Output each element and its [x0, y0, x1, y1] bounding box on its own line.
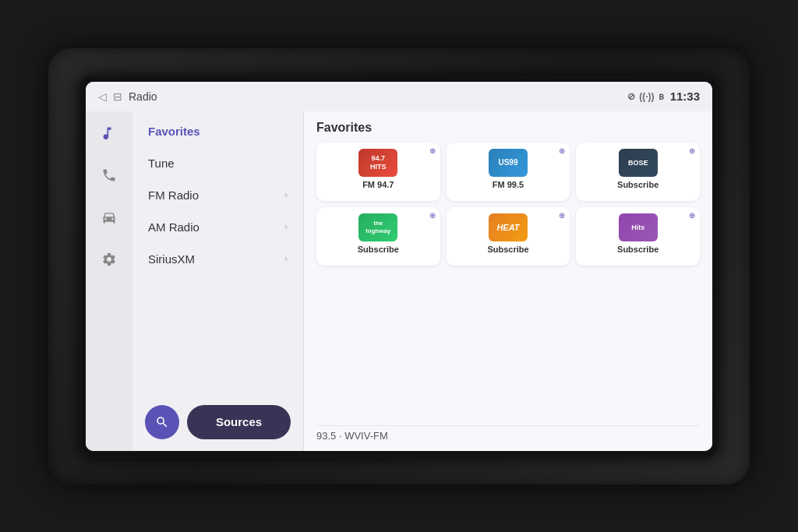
nav-bottom: Sources: [132, 397, 303, 447]
clock: 11:33: [670, 90, 700, 103]
station-heat[interactable]: ⊕ HEAT Subscribe: [447, 207, 570, 266]
station-name-highway: Subscribe: [358, 245, 399, 254]
screen-bezel: ◁ ⊟ Radio ⊘ ((·)) ʙ 11:33: [79, 76, 719, 457]
am-radio-chevron: ›: [284, 221, 288, 232]
search-button[interactable]: [145, 405, 179, 439]
station-logo-hits: Hits: [619, 213, 658, 241]
station-logo-heat: HEAT: [489, 213, 528, 241]
screen-title: Radio: [129, 90, 157, 103]
favorites-grid: ⊕ 94.7HITS FM 94.7 ⊕ US99: [316, 143, 700, 266]
station-hits[interactable]: ⊕ Hits Subscribe: [576, 207, 700, 266]
nav-item-tune[interactable]: Tune: [132, 147, 303, 179]
pin-icon-fm947: ⊕: [429, 146, 436, 155]
station-logo-fm947: 94.7HITS: [358, 149, 397, 177]
top-bar: ◁ ⊟ Radio ⊘ ((·)) ʙ 11:33: [86, 82, 712, 111]
station-name-fm947: FM 94.7: [362, 180, 394, 189]
station-logo-bose: BOSE: [619, 149, 658, 177]
sidebar-icon-car[interactable]: [95, 203, 123, 231]
station-name-us99: FM 99.5: [493, 180, 524, 189]
back-icon[interactable]: ◁: [98, 90, 107, 103]
car-surround: ◁ ⊟ Radio ⊘ ((·)) ʙ 11:33: [48, 48, 750, 484]
fm-radio-chevron: ›: [284, 189, 288, 200]
radio-home-icon: ⊟: [113, 90, 122, 103]
pin-icon-bose: ⊕: [689, 146, 695, 155]
nav-item-fm-radio[interactable]: FM Radio ›: [132, 179, 303, 211]
right-panel: Favorites ⊕ 94.7HITS FM 94.7 ⊕: [304, 111, 712, 451]
main-content: Favorites Tune FM Radio › AM Radio › Sir: [86, 111, 712, 451]
sidebar: [86, 111, 132, 451]
sidebar-icon-settings[interactable]: [95, 245, 123, 273]
now-playing: 93.5 · WVIV-FM: [316, 425, 700, 442]
station-name-hits: Subscribe: [617, 245, 659, 254]
status-icons: ⊘ ((·)) ʙ: [627, 91, 663, 102]
siriusxm-chevron: ›: [284, 253, 288, 264]
pin-icon-highway: ⊕: [429, 211, 436, 220]
station-fm947[interactable]: ⊕ 94.7HITS FM 94.7: [316, 143, 440, 201]
bluetooth-icon: ʙ: [659, 91, 664, 102]
signal-icon: ((·)): [639, 91, 654, 102]
nav-item-am-radio[interactable]: AM Radio ›: [132, 211, 303, 243]
favorites-title: Favorites: [316, 121, 700, 135]
station-logo-highway: thehighway: [358, 213, 397, 241]
no-wifi-icon: ⊘: [627, 91, 635, 102]
pin-icon-us99: ⊕: [559, 146, 565, 155]
station-bose[interactable]: ⊕ BOSE Subscribe: [576, 143, 700, 201]
sources-button[interactable]: Sources: [187, 405, 291, 439]
sidebar-icon-music[interactable]: [95, 119, 123, 147]
sidebar-icon-phone[interactable]: [95, 161, 123, 189]
nav-item-siriusxm[interactable]: SiriusXM ›: [132, 243, 303, 275]
station-logo-us99: US99: [489, 149, 528, 177]
station-name-bose: Subscribe: [617, 180, 659, 189]
top-bar-left: ◁ ⊟ Radio: [98, 90, 157, 103]
pin-icon-hits: ⊕: [689, 211, 695, 220]
pin-icon-heat: ⊕: [559, 211, 565, 220]
station-highway[interactable]: ⊕ thehighway Subscribe: [316, 207, 440, 266]
nav-panel: Favorites Tune FM Radio › AM Radio › Sir: [132, 111, 304, 451]
screen: ◁ ⊟ Radio ⊘ ((·)) ʙ 11:33: [86, 82, 712, 451]
station-us99[interactable]: ⊕ US99 FM 99.5: [447, 143, 570, 201]
top-bar-right: ⊘ ((·)) ʙ 11:33: [627, 90, 700, 103]
nav-item-favorites[interactable]: Favorites: [132, 115, 303, 147]
station-name-heat: Subscribe: [487, 245, 528, 254]
